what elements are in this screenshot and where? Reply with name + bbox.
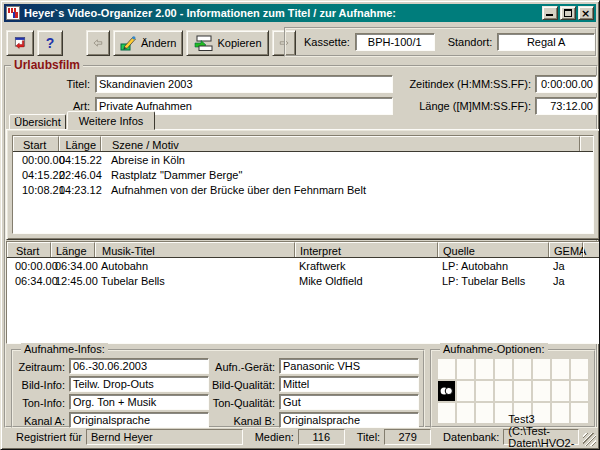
film-groupbox: Urlaubsfilm Titel: Skandinavien 2003 Zei… xyxy=(4,65,598,428)
laenge-label: Länge ([M]MM:SS.FF): xyxy=(376,100,531,112)
cell-start: 00:00.00 xyxy=(7,260,51,272)
ton-info-field[interactable]: Org. Ton + Musik xyxy=(69,394,209,410)
cell-laenge: 04:15.22 xyxy=(59,154,101,166)
music-col-laenge[interactable]: Länge xyxy=(51,242,95,257)
scenes-table-body: 00:00.00 04:15.22 Abreise in Köln 04:15.… xyxy=(13,152,593,233)
kanal-b-label: Kanal B: xyxy=(203,415,275,427)
copy-icon xyxy=(193,35,213,51)
scenes-col-szene[interactable]: Szene / Motiv xyxy=(101,136,580,151)
option-cell[interactable] xyxy=(476,381,493,401)
option-cell[interactable] xyxy=(514,381,531,401)
music-col-titel[interactable]: Musik-Titel xyxy=(95,242,295,257)
option-cell[interactable] xyxy=(476,403,493,423)
option-cell[interactable] xyxy=(457,381,474,401)
aufn-geraet-field[interactable]: Panasonic VHS xyxy=(279,358,419,374)
kanal-a-value: Originalsprache xyxy=(73,414,150,426)
zeitraum-label: Zeitraum: xyxy=(13,361,65,373)
help-button[interactable]: ? xyxy=(37,30,63,56)
cell-start: 00:00.00 xyxy=(13,154,59,166)
aufn-geraet-value: Panasonic VHS xyxy=(283,360,360,372)
tab-uebersicht[interactable]: Übersicht xyxy=(9,114,66,130)
table-row[interactable]: 10:08.21 04:23.12 Aufnahmen von der Brüc… xyxy=(13,183,593,197)
zeitindex-field[interactable]: 0:00:00.00 xyxy=(535,75,597,93)
music-col-start[interactable]: Start xyxy=(7,242,51,257)
cell-musik-titel: Autobahn xyxy=(95,260,295,272)
option-cell[interactable] xyxy=(571,359,588,379)
exit-button[interactable] xyxy=(6,30,34,56)
cell-interpret: Mike Oldfield xyxy=(295,275,438,287)
title-bar[interactable]: Heyer`s Video-Organizer 2.00 - Informati… xyxy=(4,4,596,22)
ton-qualitaet-label: Ton-Qualität: xyxy=(203,397,275,409)
scenes-col-start[interactable]: Start xyxy=(13,136,59,151)
titel-field[interactable]: Skandinavien 2003 xyxy=(95,75,393,93)
kanal-a-field[interactable]: Originalsprache xyxy=(69,412,209,428)
aufn-geraet-label: Aufn.-Gerät: xyxy=(203,361,275,373)
maximize-icon xyxy=(564,9,572,17)
music-col-gema[interactable]: GEMA xyxy=(549,242,583,257)
music-col-quelle[interactable]: Quelle xyxy=(438,242,549,257)
option-cell[interactable] xyxy=(495,381,512,401)
option-cell[interactable] xyxy=(457,403,474,423)
ton-info-value: Org. Ton + Musik xyxy=(73,396,156,408)
option-cell[interactable] xyxy=(533,359,550,379)
laenge-field[interactable]: 73:12.00 xyxy=(535,97,597,115)
option-cell[interactable] xyxy=(476,359,493,379)
kassette-field[interactable]: BPH-100/1 xyxy=(355,33,435,51)
medien-count: 116 xyxy=(298,429,345,445)
option-cell[interactable] xyxy=(552,381,569,401)
tab-weitere-infos-label: Weitere Infos xyxy=(79,115,144,127)
option-cell[interactable] xyxy=(457,359,474,379)
kanal-b-field[interactable]: Originalsprache xyxy=(279,412,419,428)
zeitraum-value: 06.-30.06.2003 xyxy=(73,360,147,372)
scenes-col-laenge[interactable]: Länge xyxy=(59,136,101,151)
kanal-a-label: Kanal A: xyxy=(13,415,65,427)
close-button[interactable]: × xyxy=(578,6,594,20)
exit-icon xyxy=(13,34,27,52)
maximize-button[interactable] xyxy=(560,6,576,20)
aendern-button[interactable]: Ändern xyxy=(113,30,183,56)
app-icon[interactable] xyxy=(6,6,20,20)
ton-qualitaet-field[interactable]: Gut xyxy=(279,394,419,410)
status-bar: Registriert für Bernd Heyer Medien: 116 … xyxy=(4,427,596,446)
back-button[interactable] xyxy=(86,30,110,56)
minimize-icon xyxy=(546,14,553,16)
resize-grip[interactable] xyxy=(583,433,596,446)
medien-label: Medien: xyxy=(255,431,294,443)
window-title: Heyer`s Video-Organizer 2.00 - Informati… xyxy=(24,7,540,19)
bild-qualitaet-label: Bild-Qualität: xyxy=(203,379,275,391)
option-cell[interactable] xyxy=(552,359,569,379)
option-cell[interactable] xyxy=(438,381,455,401)
option-cell[interactable] xyxy=(571,381,588,401)
cell-start: 04:15.22 xyxy=(13,169,59,181)
datenbank-field: Test3 (C:\Test-Daten\HVO2-Test3\) xyxy=(503,429,579,445)
scenes-table: Start Länge Szene / Motiv 00:00.00 04:15… xyxy=(12,135,594,234)
bild-info-field[interactable]: Teilw. Drop-Outs xyxy=(69,376,209,392)
kassette-groupbox: Kassette: BPH-100/1 Standort: Regal A xyxy=(284,27,597,57)
registriert-field: Bernd Heyer xyxy=(86,429,243,445)
edit-icon xyxy=(120,35,137,51)
table-row[interactable]: 00:00.00 04:15.22 Abreise in Köln xyxy=(13,153,593,167)
bild-qualitaet-field[interactable]: Mittel xyxy=(279,376,419,392)
option-cell[interactable] xyxy=(438,359,455,379)
table-row[interactable]: 04:15.22 02:46.04 Rastplatz "Dammer Berg… xyxy=(13,168,593,182)
medien-value: 116 xyxy=(313,431,331,443)
minimize-button[interactable] xyxy=(542,6,558,20)
zeitraum-field[interactable]: 06.-30.06.2003 xyxy=(69,358,209,374)
table-row[interactable]: 06:34.00 12:45.00 Tubelar Bells Mike Old… xyxy=(7,274,599,288)
table-row[interactable]: 00:00.00 06:34.00 Autobahn Kraftwerk LP:… xyxy=(7,259,599,273)
aufnahme-infos-groupbox: Aufnahme-Infos: Zeitraum: 06.-30.06.2003… xyxy=(11,349,425,428)
option-cell[interactable] xyxy=(514,359,531,379)
music-col-interpret[interactable]: Interpret xyxy=(295,242,438,257)
bild-info-label: Bild-Info: xyxy=(13,379,65,391)
cell-laenge: 06:34.00 xyxy=(51,260,95,272)
standort-field[interactable]: Regal A xyxy=(497,33,595,51)
option-cell[interactable] xyxy=(438,403,455,423)
stereo-icon xyxy=(440,386,453,396)
option-cell[interactable] xyxy=(495,359,512,379)
kopieren-button[interactable]: Kopieren xyxy=(186,30,268,56)
option-cell[interactable] xyxy=(533,381,550,401)
weitere-infos-panel: Start Länge Szene / Motiv 00:00.00 04:15… xyxy=(6,129,600,240)
kassette-value: BPH-100/1 xyxy=(368,36,422,48)
tab-weitere-infos[interactable]: Weitere Infos xyxy=(67,111,155,130)
titel-value: Skandinavien 2003 xyxy=(99,78,193,90)
